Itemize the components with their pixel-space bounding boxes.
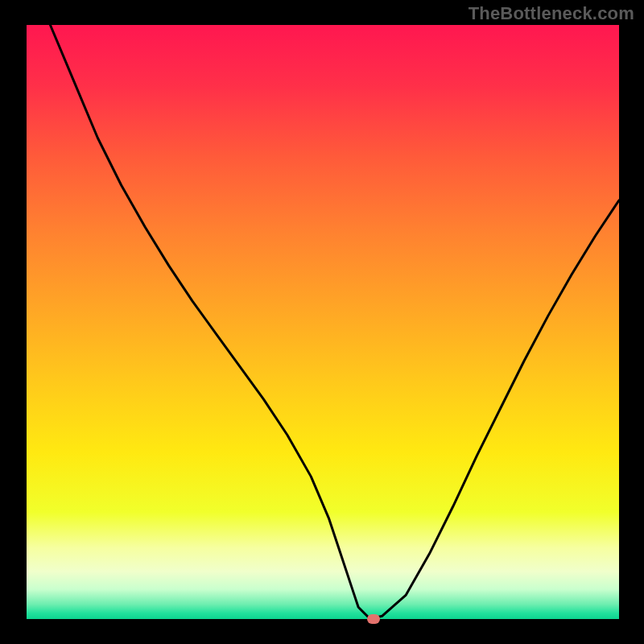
watermark-label: TheBottleneck.com (469, 3, 634, 24)
bottleneck-curve-path (50, 25, 619, 619)
chart-frame: TheBottleneck.com (0, 0, 644, 644)
bottleneck-marker (367, 614, 380, 624)
bottleneck-curve (27, 25, 619, 619)
plot-area (27, 25, 619, 619)
